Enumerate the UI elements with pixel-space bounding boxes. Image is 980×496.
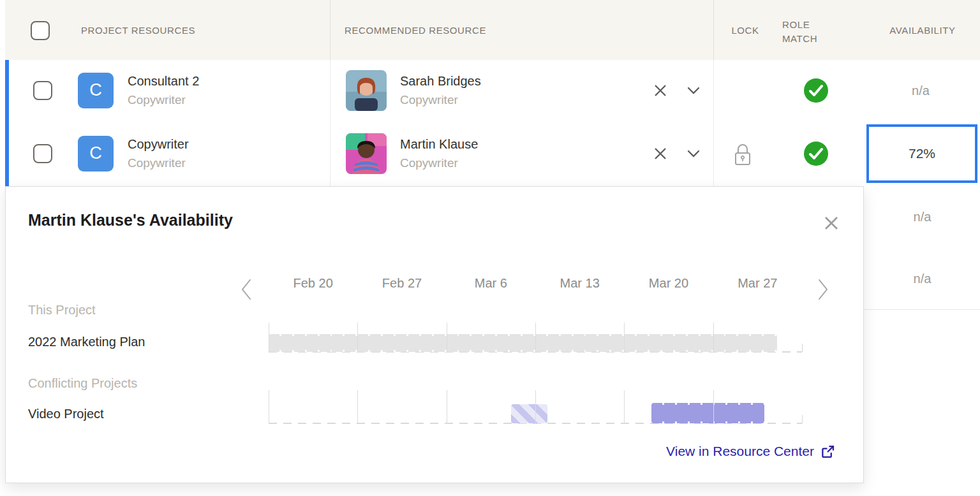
project-resource-avatar: C (78, 73, 114, 108)
project-resource-info: Copywriter Copywriter (128, 137, 189, 170)
gantt-row-this-project (269, 323, 802, 352)
availability-value: n/a (914, 272, 932, 286)
row-checkbox[interactable] (33, 144, 52, 163)
resource-role: Copywriter (128, 156, 189, 170)
availability-popover: Martin Klause's Availability Feb 20 Feb … (5, 186, 864, 483)
week-gridline (357, 323, 358, 352)
range-end-tick (802, 415, 803, 423)
lock-toggle[interactable] (733, 141, 752, 166)
link-label: View in Resource Center (666, 444, 814, 459)
popover-close-button[interactable] (822, 214, 840, 232)
recommended-role: Copywriter (400, 93, 481, 107)
recommended-avatar (346, 70, 387, 111)
check-circle-icon (804, 142, 828, 166)
role-match-status (804, 78, 828, 103)
week-gridline (535, 323, 536, 352)
resource-name: Copywriter (128, 137, 189, 152)
sarah-portrait-illustration (346, 70, 387, 111)
chevron-down-icon (687, 150, 700, 157)
week-gridline (624, 323, 625, 352)
week-labels: Feb 20 Feb 27 Mar 6 Mar 13 Mar 20 Mar 27 (269, 276, 802, 291)
role-match-status (804, 142, 828, 166)
resource-role: Copywriter (128, 93, 199, 107)
this-project-label: This Project (28, 303, 96, 317)
prev-weeks-button[interactable] (239, 279, 253, 300)
conflicting-projects-label: Conflicting Projects (28, 376, 137, 391)
this-project-name: 2022 Marketing Plan (28, 335, 145, 349)
week-label: Mar 6 (447, 276, 535, 291)
next-weeks-button[interactable] (816, 279, 830, 300)
recommended-resource-info: Sarah Bridges Copywriter (400, 74, 481, 107)
week-gridline (269, 323, 269, 352)
range-end-tick (802, 344, 803, 352)
availability-cell-selected[interactable]: 72% (866, 124, 977, 183)
table-row-partial: n/a (865, 186, 980, 249)
week-label: Feb 27 (357, 276, 446, 291)
table-header: PROJECT RESOURCES RECOMMENDED RESOURCE L… (5, 0, 980, 61)
project-resource-avatar: C (78, 136, 114, 171)
close-icon (823, 215, 840, 231)
martin-portrait-illustration (346, 133, 387, 174)
availability-value: n/a (882, 83, 959, 98)
availability-value: n/a (914, 210, 932, 224)
week-gridline (357, 390, 358, 423)
remove-recommendation-button[interactable] (653, 146, 668, 161)
tentative-bar-video-project (511, 404, 547, 423)
availability-value: 72% (909, 146, 935, 161)
x-icon (653, 146, 668, 161)
view-in-resource-center-link[interactable]: View in Resource Center (666, 444, 835, 459)
recommended-avatar (346, 133, 387, 174)
avatar-initial: C (89, 80, 102, 100)
resource-name: Consultant 2 (128, 74, 199, 89)
recommended-resource-info: Martin Klause Copywriter (400, 137, 478, 170)
column-header-project-resources: PROJECT RESOURCES (81, 25, 195, 36)
row-selected-accent (5, 120, 9, 186)
week-gridline (447, 390, 447, 423)
chevron-left-icon (241, 279, 252, 300)
check-circle-icon (804, 78, 828, 103)
week-label: Mar 27 (713, 276, 802, 291)
expand-recommendation-button[interactable] (687, 150, 700, 157)
row-selected-accent (5, 60, 9, 120)
table-row-partial: n/a (865, 248, 980, 310)
column-header-availability: AVAILABILITY (870, 25, 976, 36)
column-header-lock: LOCK (723, 25, 768, 36)
conflicting-project-name: Video Project (28, 407, 104, 421)
week-label: Mar 13 (535, 276, 624, 291)
project-resource-info: Consultant 2 Copywriter (128, 74, 199, 107)
week-gridline (624, 390, 625, 423)
external-link-icon (820, 444, 835, 459)
week-gridline (447, 323, 447, 352)
column-divider (713, 60, 714, 186)
avatar-initial: C (89, 143, 102, 163)
week-gridline (713, 323, 714, 352)
expand-recommendation-button[interactable] (687, 87, 700, 94)
week-label: Feb 20 (269, 276, 357, 291)
week-gridline (713, 390, 714, 423)
chevron-right-icon (817, 279, 829, 300)
gantt-row-video-project (269, 390, 802, 423)
popover-title: Martin Klause's Availability (28, 211, 233, 230)
header-divider (330, 0, 330, 60)
resource-scheduling-screen: PROJECT RESOURCES RECOMMENDED RESOURCE L… (0, 0, 980, 496)
remove-recommendation-button[interactable] (653, 83, 668, 98)
week-gridline (269, 390, 269, 423)
table-row: C Copywriter Copywriter Martin Klause Co… (5, 120, 980, 186)
week-gridline (535, 390, 536, 423)
recommended-name: Martin Klause (400, 137, 478, 152)
row-checkbox[interactable] (33, 81, 52, 100)
column-divider (330, 60, 330, 186)
select-all-checkbox[interactable] (31, 21, 50, 40)
table-row: C Consultant 2 Copywriter Sarah Bridges … (5, 60, 980, 121)
header-divider (713, 0, 714, 60)
allocation-bar-marketing-plan (269, 334, 777, 352)
allocation-bar-video-project (651, 403, 764, 423)
week-label: Mar 20 (624, 276, 713, 291)
column-header-role-match: ROLE MATCH (782, 18, 828, 46)
recommended-name: Sarah Bridges (400, 74, 481, 89)
lock-icon (733, 141, 752, 166)
x-icon (653, 83, 668, 98)
column-header-recommended-resource: RECOMMENDED RESOURCE (345, 25, 486, 36)
recommended-role: Copywriter (400, 156, 478, 170)
chevron-down-icon (687, 87, 700, 94)
